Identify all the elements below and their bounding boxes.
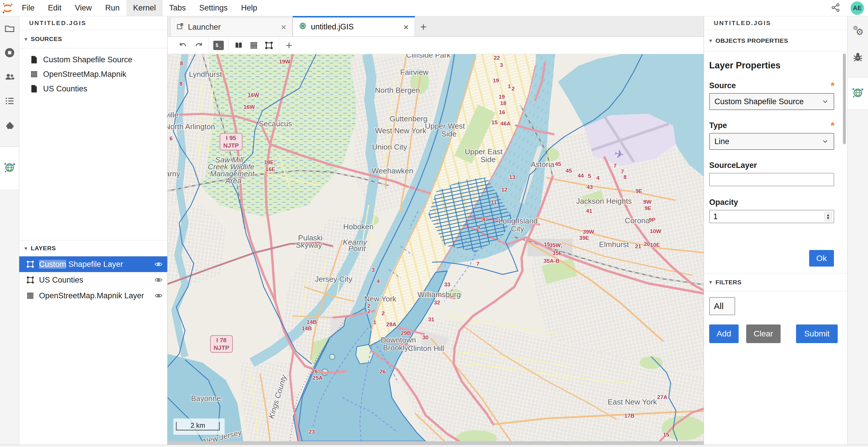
map-exit-label: 35A-B bbox=[544, 258, 560, 264]
sources-section-header[interactable]: ▾ SOURCES bbox=[19, 30, 167, 48]
console-icon[interactable]: $_ bbox=[211, 39, 226, 52]
identify-book-icon[interactable] bbox=[231, 39, 246, 52]
source-label: US Counties bbox=[43, 84, 87, 94]
map-place-label: City bbox=[511, 225, 524, 233]
extensions-icon[interactable] bbox=[0, 113, 19, 137]
map-exit-label: 29B bbox=[401, 330, 411, 336]
map-exit-label: 15 bbox=[544, 241, 550, 247]
menu-view[interactable]: View bbox=[68, 0, 98, 16]
type-select[interactable]: Line bbox=[709, 133, 834, 150]
tab-label: untitled.jGIS bbox=[311, 23, 403, 31]
layer-row-osm-mapnik[interactable]: OpenStreetMap.Mapnik Layer bbox=[19, 288, 167, 304]
menu-run[interactable]: Run bbox=[98, 0, 126, 16]
opacity-field-label: Opacity bbox=[709, 198, 842, 207]
menu-edit[interactable]: Edit bbox=[41, 0, 68, 16]
collaboration-icon[interactable] bbox=[0, 65, 19, 89]
source-item-osm-mapnik[interactable]: OpenStreetMap.Mapnik bbox=[19, 67, 167, 81]
map-exit-label: 45 bbox=[565, 168, 572, 174]
map-place-label: West New York bbox=[375, 126, 427, 135]
debugger-bug-icon[interactable] bbox=[848, 43, 867, 71]
tab-untitled-jgis[interactable]: untitled.jGIS × bbox=[292, 16, 415, 36]
layer-row-custom-shapefile[interactable]: Custom Shapefile Layer bbox=[19, 256, 167, 272]
map-place-label: Astoria bbox=[531, 160, 555, 169]
menu-settings[interactable]: Settings bbox=[193, 0, 235, 16]
tab-launcher[interactable]: Launcher × bbox=[170, 18, 292, 36]
map-place-label: Long Island bbox=[499, 216, 537, 225]
shield-text: I 78 bbox=[216, 337, 226, 343]
close-icon[interactable]: × bbox=[403, 23, 409, 32]
scale-bar-label: 2 km bbox=[191, 422, 205, 429]
map-exit-label: 9E bbox=[645, 205, 651, 211]
map-exit-label: 1 bbox=[373, 319, 376, 325]
map-exit-label: 2 bbox=[367, 308, 371, 314]
visibility-eye-icon[interactable] bbox=[154, 260, 163, 268]
close-icon[interactable]: × bbox=[281, 23, 286, 32]
add-icon[interactable] bbox=[281, 39, 297, 52]
tab-label: Launcher bbox=[188, 23, 281, 32]
map-exit-label: 10E bbox=[650, 242, 660, 248]
share-icon[interactable] bbox=[831, 3, 841, 14]
dock-panel: Launcher × untitled.jGIS × bbox=[167, 16, 704, 445]
map-canvas[interactable]: ✈ bbox=[167, 54, 704, 441]
redo-icon[interactable] bbox=[191, 39, 206, 52]
map-exit-label: 27A bbox=[657, 394, 668, 400]
filters-section-header[interactable]: ▾ FILTERS bbox=[704, 273, 847, 291]
map-exit-label: 9 bbox=[477, 224, 480, 230]
clear-filter-button[interactable]: Clear bbox=[746, 324, 781, 343]
source-item-custom-shapefile[interactable]: Custom Shapefile Source bbox=[19, 53, 167, 67]
grid-icon bbox=[30, 70, 38, 78]
avatar[interactable]: AE bbox=[850, 1, 864, 15]
file-browser-icon[interactable] bbox=[0, 16, 19, 40]
map-exit-label: 19 bbox=[493, 77, 499, 83]
map-place-label: Weehawken bbox=[372, 167, 413, 175]
menu-help[interactable]: Help bbox=[234, 0, 264, 16]
source-select[interactable]: Custom Shapefile Source bbox=[709, 93, 834, 110]
map-exit-label: 7 bbox=[614, 163, 617, 169]
visibility-eye-icon[interactable] bbox=[154, 291, 163, 300]
new-tab-button[interactable]: + bbox=[415, 18, 432, 36]
menu-kernel[interactable]: Kernel bbox=[126, 0, 163, 16]
map-place-label: Clinton Hill bbox=[408, 344, 444, 353]
submit-filter-button[interactable]: Submit bbox=[796, 324, 838, 343]
source-item-us-counties[interactable]: US Counties bbox=[19, 81, 167, 96]
jgis-globe-icon[interactable] bbox=[3, 162, 16, 175]
map-exit-label: 8 bbox=[482, 216, 486, 222]
status-bar bbox=[0, 445, 868, 447]
map-place-label: eville bbox=[167, 111, 179, 119]
map-exit-label: 35W; bbox=[549, 242, 562, 248]
ok-button[interactable]: Ok bbox=[809, 250, 834, 267]
map-place-label: North Bergen bbox=[375, 86, 420, 95]
objects-properties-header[interactable]: ▾ OBJECTS PROPERTIES bbox=[704, 30, 847, 51]
undo-icon[interactable] bbox=[176, 39, 191, 52]
visibility-eye-icon[interactable] bbox=[154, 276, 163, 284]
scrollbar-thumb[interactable] bbox=[843, 54, 846, 144]
map-place-label: Cliffside Park bbox=[406, 54, 451, 59]
map-exit-label: 39W bbox=[583, 229, 594, 235]
grid-icon[interactable] bbox=[246, 39, 261, 52]
map-exit-label: 3 bbox=[372, 267, 375, 273]
opacity-value: 1 bbox=[713, 212, 824, 221]
add-filter-button[interactable]: Add bbox=[709, 324, 739, 343]
map-exit-label: 31 bbox=[428, 316, 434, 322]
map-place-label: Side bbox=[441, 130, 457, 138]
running-kernels-icon[interactable] bbox=[0, 40, 19, 65]
vector-square-icon[interactable] bbox=[261, 39, 277, 52]
menu-items: File Edit View Run Kernel Tabs Settings … bbox=[15, 0, 264, 16]
filter-logic-select[interactable]: All bbox=[709, 297, 735, 315]
layer-row-us-counties[interactable]: US Counties bbox=[19, 272, 167, 288]
sourcelayer-input[interactable] bbox=[709, 173, 834, 186]
menu-tabs[interactable]: Tabs bbox=[163, 0, 193, 16]
map-exit-label: 4 bbox=[377, 278, 380, 284]
map-exit-label: 9E bbox=[636, 188, 642, 194]
table-of-contents-icon[interactable] bbox=[0, 89, 19, 113]
menu-file[interactable]: File bbox=[15, 0, 41, 16]
property-inspector-icon[interactable]: ⚙ ⚙ bbox=[848, 20, 867, 43]
layers-section-header[interactable]: ▾ LAYERS bbox=[19, 240, 167, 256]
number-stepper[interactable]: ▲▼ bbox=[824, 212, 832, 221]
jgis-globe-icon[interactable] bbox=[852, 87, 864, 100]
map-exit-label: 18 bbox=[500, 100, 506, 106]
map-exit-label: 16E bbox=[266, 166, 275, 172]
opacity-input[interactable]: 1 ▲▼ bbox=[709, 210, 834, 223]
map-exit-label: 8 bbox=[180, 60, 183, 66]
map-place-label: Elmhurst bbox=[599, 240, 629, 249]
